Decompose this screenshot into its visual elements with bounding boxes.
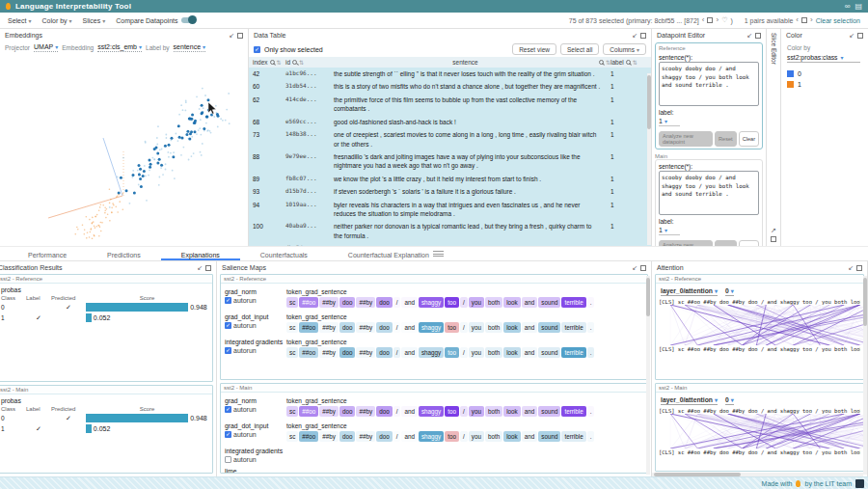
favorite-icon[interactable]: ♡ [721, 16, 727, 24]
table-row[interactable]: 6031db54...this is a story of two misfit… [249, 80, 651, 93]
sentence-textarea[interactable]: scooby dooby doo / and shaggy too / you … [659, 171, 759, 215]
select-menu[interactable]: Select▾ [8, 17, 31, 24]
legend-swatch [787, 81, 794, 88]
label-select[interactable]: 1▾ [659, 117, 680, 126]
compare-datapoints-toggle[interactable] [181, 17, 196, 23]
sentence-textarea[interactable]: scooby dooby doo / and shaggy too / you … [659, 62, 759, 106]
table-row[interactable]: 73148b38...one of creepiest , scariest m… [249, 128, 651, 150]
columns-button[interactable]: Columns▾ [603, 43, 646, 55]
next-pair-icon[interactable]: › [810, 16, 813, 24]
collapse-icon[interactable]: ↙ [848, 264, 854, 271]
table-row[interactable]: 889e79ee...fresnadillo 's dark and jolti… [249, 150, 651, 173]
cell-label: 1 [610, 130, 639, 149]
only-show-selected-checkbox[interactable]: ✓ [254, 46, 260, 53]
table-row[interactable]: 89fb8c07...we know the plot 's a little … [249, 173, 651, 185]
cell-label: 1 [610, 82, 639, 91]
attention-head-select[interactable]: 0▾ [725, 396, 734, 405]
lit-logo[interactable] [855, 479, 864, 488]
autorun-checkbox[interactable]: ✓ [225, 406, 231, 413]
salience-maps-title: Salience Maps [222, 264, 266, 271]
maximize-icon[interactable] [856, 265, 862, 271]
attention-head-select[interactable]: 0▾ [725, 287, 734, 296]
tab-explanations[interactable]: Explanations [161, 249, 240, 260]
attention-layer-select[interactable]: layer_0/attention▾ [661, 287, 718, 296]
tab-predictions[interactable]: Predictions [87, 249, 161, 260]
collapse-icon[interactable]: ↙ [197, 264, 203, 271]
salience-token: shaggy [419, 347, 444, 358]
docs-icon[interactable]: ▤ [854, 3, 862, 11]
table-row[interactable]: 42a1bc96...the subtle strength of `` ell… [249, 68, 651, 80]
next-datapoint-icon[interactable]: › [716, 16, 719, 24]
label-select[interactable]: 1▾ [659, 226, 680, 235]
column-header-id[interactable]: id⇅ [285, 59, 334, 66]
collapse-icon[interactable]: ↙ [229, 32, 234, 39]
clear-button[interactable]: Clear [739, 240, 759, 246]
maximize-icon[interactable] [640, 33, 646, 39]
embedding-select[interactable]: sst2:cls_emb▾ [97, 43, 142, 52]
embeddings-scatter[interactable] [0, 54, 248, 246]
column-header-sentence[interactable]: sentence ⇅ [334, 59, 610, 66]
cell-id: 148b38... [285, 130, 334, 149]
maximize-icon[interactable] [857, 33, 863, 39]
clear-selection-link[interactable]: Clear selection [816, 17, 860, 24]
divider-drag-handle[interactable] [433, 251, 444, 257]
share-link-icon[interactable]: ∞ [845, 3, 851, 11]
pairs-status: 1 pairs available [745, 17, 794, 24]
table-row[interactable]: 10040aba9...neither parker nor donovan i… [249, 220, 651, 242]
attention-layer-select[interactable]: layer_0/attention▾ [661, 396, 718, 405]
tab-performance[interactable]: Performance [8, 249, 87, 260]
expand-icon[interactable]: ↗ [771, 227, 776, 233]
pair-icon[interactable] [801, 17, 807, 23]
table-row[interactable]: 93d15b7d...if steven soderbergh 's ` sol… [249, 185, 651, 198]
maximize-icon[interactable] [237, 33, 243, 39]
pin-datapoint-icon[interactable] [707, 17, 713, 23]
column-header-label[interactable]: label⇅ [610, 59, 639, 66]
color-by-menu[interactable]: Color by▾ [41, 17, 71, 24]
probas-class: 0 [1, 304, 26, 311]
autorun-checkbox[interactable]: ✓ [225, 431, 231, 438]
column-header-index[interactable]: index⇅ [253, 59, 285, 66]
attention-scrollbar[interactable] [863, 276, 867, 475]
maximize-icon[interactable] [640, 265, 646, 271]
analyze-new-datapoint-button[interactable]: Analyze new datapoint [659, 240, 713, 246]
analyze-new-datapoint-button[interactable]: Analyze new datapoint [659, 131, 713, 147]
maximize-icon[interactable] [771, 236, 776, 242]
salience-token: too [445, 322, 459, 333]
autorun-checkbox[interactable]: ✓ [225, 347, 231, 354]
table-row[interactable]: 62414cde...the primitive force of this f… [249, 94, 651, 116]
select-all-button[interactable]: Select all [560, 43, 599, 55]
tab-counterfactual-explanation[interactable]: Counterfactual Explanation [328, 249, 449, 260]
table-row[interactable]: 123dba54c...turns potentially forgettabl… [249, 242, 651, 246]
salience-scrollbar[interactable] [646, 276, 650, 475]
clear-button[interactable]: Clear [739, 131, 759, 147]
autorun-checkbox[interactable] [225, 456, 231, 463]
slice-editor-rail[interactable]: Slice Editor ↗ [767, 29, 781, 246]
prev-pair-icon[interactable]: ‹ [796, 16, 799, 24]
projector-select[interactable]: UMAP▾ [34, 43, 58, 52]
salience-token: shaggy [419, 431, 444, 442]
collapse-icon[interactable]: ↙ [849, 32, 854, 39]
collapse-icon[interactable]: ↙ [746, 32, 752, 39]
autorun-checkbox[interactable]: ✓ [225, 297, 231, 304]
cell-sentence: turns potentially forgettable formula in… [334, 244, 610, 246]
reset-button[interactable]: Reset [715, 240, 737, 246]
maximize-icon[interactable] [205, 265, 211, 271]
table-row[interactable]: 941019aa...byler reveals his characters … [249, 199, 651, 221]
reset-view-button[interactable]: Reset view [512, 43, 556, 55]
score-cell: 0.052 [86, 313, 208, 322]
slices-menu[interactable]: Slices▾ [83, 17, 106, 24]
autorun-checkbox[interactable]: ✓ [225, 322, 231, 329]
group-name: sst2 - Reference [656, 275, 863, 284]
maximize-icon[interactable] [755, 33, 761, 39]
collapse-icon[interactable]: ↙ [632, 32, 637, 39]
prev-datapoint-icon[interactable]: ‹ [702, 16, 705, 24]
salience-token: both [485, 431, 502, 442]
reset-button[interactable]: Reset [715, 131, 737, 147]
salience-token: sound [538, 322, 560, 333]
data-table-scrollbar[interactable] [647, 73, 651, 245]
table-row[interactable]: 68e569cc...good old-fashioned slash-and-… [249, 116, 651, 128]
label-by-select[interactable]: sentence▾ [174, 43, 205, 52]
color-by-select[interactable]: sst2:probas:class▾ [787, 53, 860, 63]
tab-counterfactuals[interactable]: Counterfactuals [240, 249, 328, 260]
collapse-icon[interactable]: ↙ [632, 264, 637, 271]
